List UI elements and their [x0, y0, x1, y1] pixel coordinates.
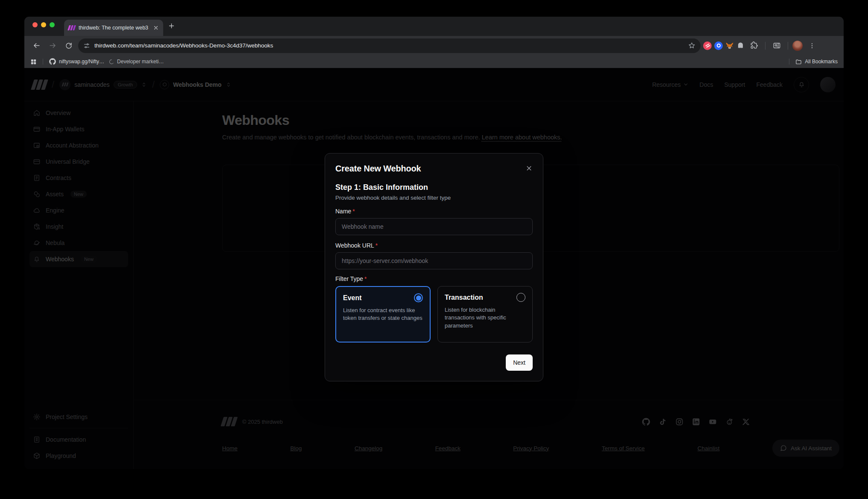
webhook-name-input[interactable]: [335, 218, 533, 235]
bookmarks-bar: niftyswap.gg/Nifty… Developer marketi… A…: [24, 55, 844, 68]
metamask-extension-icon[interactable]: [725, 41, 734, 50]
minimize-window-button[interactable]: [41, 22, 46, 27]
url-label: Webhook URL*: [335, 242, 533, 249]
tab-close-icon[interactable]: [153, 25, 159, 31]
create-webhook-modal: Create New Webhook Step 1: Basic Informa…: [325, 153, 543, 381]
webhook-url-input[interactable]: [335, 252, 533, 269]
maximize-window-button[interactable]: [50, 22, 55, 27]
filter-option-transaction[interactable]: Transaction Listen for blockchain transa…: [437, 286, 533, 343]
github-icon: [49, 58, 56, 65]
window-controls: [32, 22, 55, 27]
browser-menu-icon[interactable]: [805, 39, 819, 53]
filter-type-label: Filter Type*: [335, 275, 533, 282]
next-button[interactable]: Next: [506, 354, 533, 371]
bookmark-item[interactable]: Developer marketi…: [108, 59, 164, 65]
browser-tab[interactable]: thirdweb: The complete web3: [64, 20, 163, 36]
bookmark-item[interactable]: niftyswap.gg/Nifty…: [49, 58, 104, 65]
tab-title: thirdweb: The complete web3: [79, 25, 150, 31]
url-text: thirdweb.com/team/saminacodes/Webhooks-D…: [94, 42, 684, 49]
filter-option-event[interactable]: Event Listen for contract events like to…: [335, 286, 431, 343]
tab-bar: thirdweb: The complete web3: [24, 17, 844, 36]
bookmark-favicon: [108, 59, 114, 65]
extensions-puzzle-icon[interactable]: [747, 39, 761, 53]
required-mark: *: [375, 242, 378, 249]
forward-button[interactable]: [46, 39, 59, 53]
ghost-extension-icon[interactable]: [736, 41, 745, 50]
required-mark: *: [364, 275, 367, 282]
site-settings-icon[interactable]: [83, 42, 90, 49]
thirdweb-favicon: [68, 25, 75, 30]
new-tab-button[interactable]: [168, 22, 175, 30]
desktop: thirdweb: The complete web3 thir: [0, 0, 868, 499]
modal-title: Create New Webhook: [335, 164, 421, 174]
extension-icon-red[interactable]: [703, 41, 712, 50]
reload-button[interactable]: [62, 39, 76, 53]
step-title: Step 1: Basic Information: [335, 183, 533, 192]
extension-icon-blue[interactable]: [714, 41, 723, 50]
back-button[interactable]: [29, 39, 43, 53]
bookmark-star-icon[interactable]: [688, 42, 695, 49]
close-icon[interactable]: [525, 165, 533, 172]
side-panel-search-icon[interactable]: [770, 39, 783, 53]
required-mark: *: [352, 208, 355, 215]
browser-profile-avatar[interactable]: [792, 41, 803, 51]
name-label: Name*: [335, 208, 533, 215]
radio-unselected-icon: [516, 293, 525, 302]
apps-grid-icon[interactable]: [30, 59, 37, 65]
folder-icon: [795, 59, 802, 65]
browser-toolbar: thirdweb.com/team/saminacodes/Webhooks-D…: [24, 36, 844, 55]
close-window-button[interactable]: [32, 22, 38, 27]
all-bookmarks-button[interactable]: All Bookmarks: [795, 59, 838, 65]
url-bar[interactable]: thirdweb.com/team/saminacodes/Webhooks-D…: [78, 38, 701, 53]
browser-window: thirdweb: The complete web3 thir: [24, 17, 844, 469]
radio-selected-icon: [414, 293, 423, 302]
step-subtitle: Provide webhook details and select filte…: [335, 195, 533, 201]
